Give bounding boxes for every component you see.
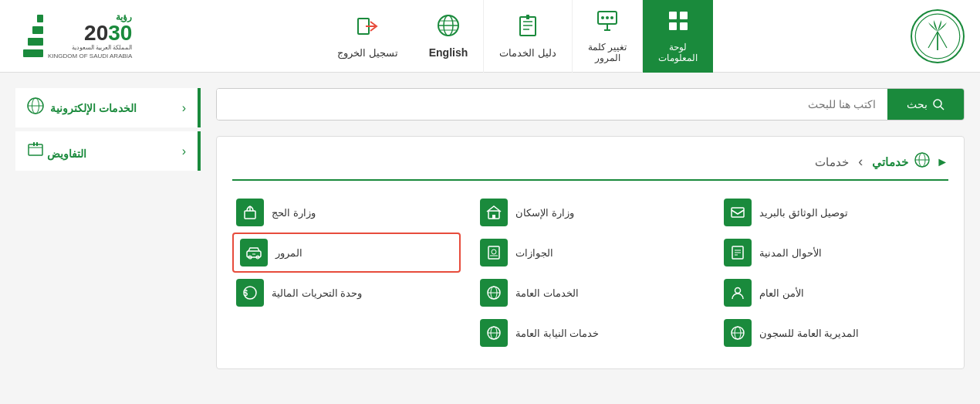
svg-rect-27 (29, 144, 42, 155)
prison-directorate-label: المديرية العامة للسجون (759, 328, 859, 339)
traffic-icon (240, 239, 268, 267)
sidebar-item-right: الخدمات الإلكترونية (27, 97, 137, 118)
negotiations-icon (27, 144, 44, 161)
logout-label: تسجيل الخروج (337, 47, 398, 59)
svg-point-16 (606, 16, 609, 19)
search-bar: بحث (216, 88, 965, 121)
change-password-label: تغيير كلمة المرور (588, 42, 627, 63)
book-icon (515, 14, 540, 44)
main-area: بحث ► خدماتي › خدمات (216, 88, 965, 389)
service-prison-directorate[interactable]: المديرية العامة للسجون (720, 313, 948, 353)
svg-point-30 (934, 100, 941, 107)
service-financial-unit[interactable]: $ وحدة التحريات المالية (232, 273, 461, 313)
service-traffic[interactable]: المرور (232, 233, 461, 273)
svg-rect-22 (669, 22, 677, 30)
nav-logout[interactable]: تسجيل الخروج (322, 0, 414, 73)
chevron-icon-2: ‹ (182, 144, 186, 158)
breadcrumb-arrow: › (858, 154, 863, 170)
service-public-security[interactable]: الأمن العام (720, 273, 948, 313)
svg-rect-45 (492, 215, 495, 219)
sidebar-item-electronic-services[interactable]: ‹ الخدمات الإلكترونية (15, 88, 201, 127)
services-panel: ► خدماتي › خدمات (216, 136, 965, 369)
breadcrumb: ► خدماتي › خدمات (232, 152, 948, 181)
prosecution-services-label: خدمات النيابة العامة (515, 328, 599, 339)
svg-point-47 (492, 250, 496, 254)
passports-icon (480, 239, 508, 267)
post-delivery-label: توصيل الوثائق بالبريد (759, 207, 848, 219)
breadcrumb-home[interactable]: خدماتي (872, 155, 908, 169)
org-logo (911, 9, 965, 63)
vision-bars-icon (23, 15, 43, 57)
globe-icon (436, 13, 461, 43)
electronic-services-label: الخدمات الإلكترونية (50, 102, 137, 114)
svg-rect-20 (669, 12, 677, 19)
negotiations-label: التفاويض (47, 148, 86, 160)
main-content: ‹ الخدمات الإلكترونية ‹ التفاويض (0, 73, 980, 404)
service-housing[interactable]: وزارة الإسكان (476, 192, 705, 233)
breadcrumb-expand-icon: ► (936, 155, 948, 169)
housing-label: وزارة الإسكان (515, 207, 574, 219)
svg-point-17 (610, 16, 613, 19)
service-hajj[interactable]: وزارة الحج (232, 192, 461, 233)
electronic-services-icon (27, 97, 44, 118)
nav-services-guide[interactable]: دليل الخدمات (484, 0, 573, 73)
svg-rect-35 (732, 208, 744, 217)
search-button-label: بحث (907, 98, 928, 110)
svg-rect-23 (680, 22, 688, 30)
general-services-label: الخدمات العامة (515, 287, 579, 299)
svg-rect-28 (33, 142, 35, 146)
svg-rect-29 (36, 142, 38, 146)
sidebar-item-negotiations[interactable]: ‹ التفاويض (15, 131, 201, 171)
svg-rect-21 (680, 12, 688, 19)
service-post-delivery[interactable]: توصيل الوثائق بالبريد (720, 192, 948, 233)
public-security-icon (724, 279, 752, 307)
svg-line-31 (941, 107, 944, 110)
exit-icon (355, 14, 380, 44)
svg-rect-55 (245, 211, 255, 219)
logo-area (911, 9, 972, 63)
hajj-icon (236, 199, 264, 226)
civil-affairs-icon (724, 239, 752, 267)
nav-english[interactable]: English (414, 0, 485, 73)
prison-directorate-icon (724, 319, 752, 347)
breadcrumb-globe-icon (914, 152, 930, 171)
sidebar: ‹ الخدمات الإلكترونية ‹ التفاويض (15, 88, 201, 389)
service-prosecution-services[interactable]: خدمات النيابة العامة (476, 313, 705, 353)
service-civil-affairs[interactable]: الأحوال المدنية (720, 233, 948, 273)
traffic-label: المرور (275, 247, 302, 259)
svg-point-40 (735, 288, 741, 294)
svg-text:$: $ (243, 289, 248, 297)
services-col-1: توصيل الوثائق بالبريد الأحوال المدنية (720, 192, 948, 353)
search-button[interactable]: بحث (887, 89, 964, 120)
english-label: English (429, 46, 468, 59)
financial-unit-icon: $ (236, 279, 264, 307)
general-services-icon (480, 279, 508, 307)
service-general-services[interactable]: الخدمات العامة (476, 273, 705, 313)
passports-label: الجوازات (515, 247, 553, 259)
services-col-3: وزارة الحج المرور (232, 192, 461, 353)
search-input[interactable] (217, 89, 887, 120)
services-col-2: وزارة الإسكان الجوازات (476, 192, 705, 353)
vision-text: رؤية 2030 المملكة العربية السعوديةKINGDO… (48, 12, 132, 60)
sidebar-item-right-2: التفاويض (27, 141, 86, 161)
service-passports[interactable]: الجوازات (476, 233, 705, 273)
info-board-label: لوحة المعلومات (658, 42, 698, 63)
nav-change-password[interactable]: تغيير كلمة المرور (573, 0, 643, 73)
svg-rect-9 (520, 17, 536, 36)
post-delivery-icon (724, 199, 752, 226)
nav-items: تسجيل الخروج English (322, 0, 713, 73)
chevron-icon: ‹ (182, 101, 186, 115)
nav-info-board[interactable]: لوحة المعلومات (643, 0, 713, 73)
public-security-label: الأمن العام (759, 287, 804, 299)
prosecution-services-icon (480, 319, 508, 347)
hajj-label: وزارة الحج (272, 207, 316, 219)
vision-logo: رؤية 2030 المملكة العربية السعوديةKINGDO… (19, 12, 132, 60)
breadcrumb-current: خدمات (815, 155, 849, 169)
dashboard-icon (666, 8, 691, 39)
svg-rect-13 (526, 15, 529, 19)
services-guide-label: دليل الخدمات (499, 47, 556, 59)
password-icon (595, 8, 620, 39)
civil-affairs-label: الأحوال المدنية (759, 247, 822, 259)
svg-rect-46 (488, 246, 499, 259)
search-icon (932, 98, 945, 110)
